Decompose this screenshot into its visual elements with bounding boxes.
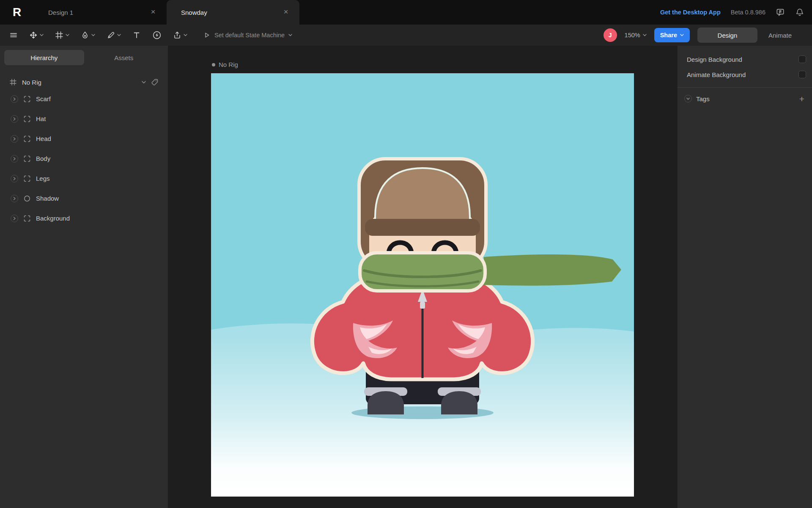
zoom-level: 150%: [625, 32, 640, 39]
chevron-down-icon[interactable]: [142, 81, 146, 84]
tags-label: Tags: [696, 95, 710, 102]
node-label: Scarf: [36, 95, 51, 102]
design-background-label: Design Background: [687, 56, 742, 63]
rive-logo[interactable]: R: [0, 0, 34, 25]
chevron-down-icon: [40, 34, 44, 36]
right-panel: Design Background Animate Background Tag…: [677, 46, 812, 508]
rig-icon: [9, 78, 17, 86]
rig-selector-label: No Rig: [22, 79, 41, 86]
bell-icon[interactable]: [795, 8, 804, 17]
tree-node-shadow[interactable]: Shadow: [0, 188, 168, 208]
feedback-icon[interactable]: [776, 8, 785, 17]
boot-left: [368, 391, 404, 414]
expand-chevron-icon[interactable]: [11, 195, 18, 202]
node-label: Body: [36, 155, 50, 162]
group-icon: [23, 155, 31, 163]
group-icon: [23, 215, 31, 222]
artboard-label[interactable]: No Rig: [212, 61, 238, 68]
chevron-down-icon: [680, 34, 684, 36]
close-icon[interactable]: ×: [148, 7, 158, 17]
collapse-chevron-icon[interactable]: [684, 95, 692, 102]
file-tab-design1[interactable]: Design 1 ×: [34, 0, 167, 25]
tree-node-body[interactable]: Body: [0, 149, 168, 168]
expand-chevron-icon[interactable]: [11, 175, 18, 182]
expand-chevron-icon[interactable]: [11, 115, 18, 123]
play-icon: [203, 31, 211, 39]
chevron-down-icon: [643, 34, 647, 36]
node-label: Head: [36, 135, 51, 142]
node-label: Hat: [36, 115, 46, 122]
export-icon[interactable]: [173, 31, 187, 39]
transform-tool-button[interactable]: [29, 31, 44, 39]
pencil-tool-button[interactable]: [107, 31, 121, 39]
hierarchy-tree: Scarf Hat Head Body Legs Shadow: [0, 89, 168, 228]
text-tool-button[interactable]: [132, 31, 141, 39]
design-background-swatch[interactable]: [798, 55, 806, 63]
node-label: Legs: [36, 175, 50, 182]
chevron-down-icon: [91, 34, 95, 36]
add-tag-button[interactable]: +: [798, 94, 806, 103]
chevron-down-icon: [288, 34, 292, 36]
artboard-name: No Rig: [219, 61, 238, 68]
actions-icon[interactable]: [152, 30, 162, 40]
tags-section-header[interactable]: Tags +: [678, 91, 812, 107]
animate-mode-button[interactable]: Animate: [765, 32, 803, 39]
state-machine-label: Set default State Machine: [214, 32, 285, 39]
tree-node-background[interactable]: Background: [0, 208, 168, 228]
node-label: Background: [36, 215, 70, 222]
tab-label: Design 1: [48, 9, 148, 16]
chevron-down-icon: [66, 34, 69, 36]
tab-hierarchy[interactable]: Hierarchy: [4, 50, 84, 65]
beta-version-label: Beta 0.8.986: [731, 9, 765, 16]
group-icon: [23, 175, 31, 182]
tab-assets[interactable]: Assets: [84, 50, 164, 65]
scarf-band: [360, 253, 485, 291]
share-label: Share: [660, 32, 677, 39]
avatar[interactable]: J: [604, 28, 617, 42]
panel-divider: [678, 87, 812, 88]
artboard-tool-button[interactable]: [55, 31, 69, 39]
left-sidebar: Hierarchy Assets No Rig Scarf Hat: [0, 46, 168, 508]
tab-label: Snowday: [181, 9, 281, 16]
expand-chevron-icon[interactable]: [11, 135, 18, 143]
artboard[interactable]: [211, 73, 634, 497]
chevron-down-icon: [117, 34, 121, 36]
expand-chevron-icon[interactable]: [11, 95, 18, 103]
ellipse-icon: [23, 195, 31, 202]
pen-tool-button[interactable]: [81, 31, 95, 39]
expand-chevron-icon[interactable]: [11, 215, 18, 222]
share-button[interactable]: Share: [654, 28, 690, 42]
group-icon: [23, 115, 31, 123]
tag-icon[interactable]: [151, 78, 159, 86]
boot-right: [441, 391, 477, 414]
scarf-tail: [484, 254, 621, 286]
animate-background-swatch[interactable]: [798, 71, 806, 78]
zoom-selector[interactable]: 150%: [625, 32, 647, 39]
file-tab-snowday[interactable]: Snowday ×: [167, 0, 299, 25]
artboard-canvas[interactable]: [211, 73, 634, 497]
tree-node-head[interactable]: Head: [0, 129, 168, 149]
expand-chevron-icon[interactable]: [11, 155, 18, 163]
hat-brim: [365, 219, 480, 236]
close-icon[interactable]: ×: [281, 7, 291, 17]
tree-node-hat[interactable]: Hat: [0, 109, 168, 129]
state-machine-selector[interactable]: Set default State Machine: [203, 31, 292, 39]
sidebar-tabs: Hierarchy Assets: [4, 50, 164, 65]
toolbar: Set default State Machine J 150% Share D…: [0, 25, 812, 46]
group-icon: [23, 95, 31, 103]
chevron-down-icon: [184, 34, 187, 36]
design-mode-button[interactable]: Design: [697, 28, 757, 43]
canvas-area[interactable]: No Rig: [169, 46, 677, 508]
design-background-row[interactable]: Design Background: [678, 52, 812, 67]
group-icon: [23, 135, 31, 143]
tree-node-legs[interactable]: Legs: [0, 168, 168, 188]
animate-background-label: Animate Background: [687, 71, 746, 78]
get-desktop-app-link[interactable]: Get the Desktop App: [660, 9, 721, 16]
node-label: Shadow: [36, 195, 59, 202]
menu-icon[interactable]: [9, 31, 18, 39]
toolbar-left-group: Set default State Machine: [9, 30, 292, 40]
tree-node-scarf[interactable]: Scarf: [0, 89, 168, 109]
zipper-pull-tab: [420, 302, 425, 309]
tabbar-right-group: Get the Desktop App Beta 0.8.986: [660, 0, 812, 25]
animate-background-row[interactable]: Animate Background: [678, 67, 812, 82]
